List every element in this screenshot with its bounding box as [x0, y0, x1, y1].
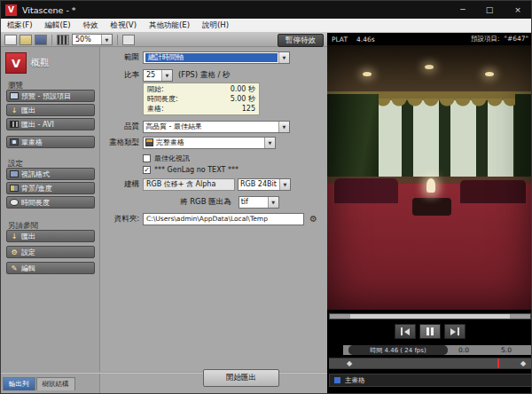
film-icon — [10, 121, 19, 128]
skip-end-button[interactable] — [444, 324, 466, 339]
preview-scrollbar[interactable] — [329, 313, 531, 319]
zoom-select[interactable]: 50% ▼ — [72, 34, 113, 45]
info-value: 5.00 秒 — [231, 94, 255, 104]
sidebar-item-preview-preset[interactable]: 預覽 - 預設項目 — [6, 90, 95, 102]
tab-tree-structure[interactable]: 樹狀結構 — [36, 377, 75, 390]
skip-start-icon — [404, 328, 410, 335]
preset-label: 預設項目: — [471, 35, 500, 43]
background-icon — [10, 185, 19, 192]
info-row-start: 開始: 0.00 秒 — [147, 84, 255, 94]
keyframe-diamond-icon[interactable]: ◆ — [347, 359, 352, 368]
optimize-video-checkbox[interactable] — [143, 154, 151, 162]
fps-select[interactable]: 25 ▼ — [143, 69, 173, 82]
chevron-down-icon[interactable]: ▼ — [279, 179, 290, 190]
pause-effects-button[interactable]: 暫停特效 — [278, 34, 324, 47]
export-format-select[interactable]: tif ▼ — [239, 196, 279, 209]
fps-value: 25 — [146, 71, 155, 79]
folder-path-field[interactable]: C:\Users\admin\AppData\Local\Temp — [143, 213, 304, 225]
build-format-value: RGB 24Bit — [240, 180, 277, 188]
timeline-ruler[interactable]: 時間 4.46 ( 24 fps) 0.0 5.0 — [343, 345, 532, 355]
sidebar-item-label: 編輯 — [21, 264, 35, 273]
chevron-down-icon[interactable]: ▼ — [278, 122, 289, 132]
range-select[interactable]: 總計時間軸 ▼ — [143, 51, 290, 64]
tab-output-queue[interactable]: 輸出列 — [3, 377, 35, 390]
chevron-down-icon[interactable]: ▼ — [264, 138, 275, 148]
chevron-down-icon[interactable]: ▼ — [161, 70, 172, 81]
maximize-button[interactable]: □ — [476, 1, 503, 19]
menu-item-effects[interactable]: 特效 — [77, 20, 105, 31]
skip-end-icon — [458, 327, 459, 335]
genlag-row: ✓ *** GenLag no TEXT *** — [100, 163, 327, 177]
timeline-start-value: 0.0 — [458, 346, 469, 354]
info-key: 時間長度: — [147, 94, 178, 104]
frame-type-value: 完整畫格 — [156, 138, 184, 147]
playhead[interactable] — [497, 359, 499, 368]
timeline-time-display: 時間 4.46 ( 24 fps) — [348, 345, 448, 355]
vignette — [327, 45, 532, 310]
new-document-icon[interactable] — [4, 35, 17, 45]
window-controls: ─ □ × — [450, 1, 532, 19]
build-format-select[interactable]: RGB 24Bit ▼ — [238, 178, 291, 191]
menu-item-view[interactable]: 檢視(V) — [105, 20, 143, 31]
menu-item-help[interactable]: 說明(H) — [196, 20, 235, 31]
zoom-value: 50% — [75, 35, 91, 43]
build-value-box: RGB 位移+ 含 Alpha — [143, 178, 235, 191]
rate-row: 比率 25 ▼ (FPS) 畫格 / 秒 — [100, 68, 327, 82]
video-preview — [327, 45, 532, 310]
range-row: 範圍 總計時間軸 ▼ — [100, 51, 327, 64]
save-icon[interactable] — [35, 35, 47, 45]
transport-controls — [327, 324, 532, 340]
minimize-button[interactable]: ─ — [450, 1, 476, 19]
menu-bar: 檔案(F) 編輯(E) 特效 檢視(V) 其他功能(E) 說明(H) — [1, 19, 532, 33]
gear-icon: ⚙ — [10, 248, 19, 256]
info-key: 開始: — [147, 84, 164, 94]
sidebar-item-duration[interactable]: 時間長度 — [6, 196, 95, 209]
sidebar-item-see-also-export[interactable]: ↓ 匯出 — [6, 230, 95, 242]
sidebar-item-video-format[interactable]: 視訊格式 — [6, 168, 95, 180]
quality-select[interactable]: 高品質 - 最佳結果 ▼ — [143, 121, 290, 133]
preview-panel: PLAT 4.46s 預設項目: "#647" — [327, 33, 532, 394]
keyframe-track-label: 主畫格 — [345, 376, 365, 385]
sidebar-item-single-frame[interactable]: 單畫格 — [6, 136, 95, 148]
keyframe-lane: 主畫格 — [329, 374, 532, 387]
info-row-duration: 時間長度: 5.00 秒 — [147, 94, 255, 104]
frame-type-select[interactable]: 完整畫格 ▼ — [143, 137, 276, 149]
menu-item-extras[interactable]: 其他功能(E) — [143, 20, 196, 31]
skip-start-icon — [401, 327, 403, 335]
chevron-down-icon[interactable]: ▼ — [268, 197, 278, 208]
keyframe-diamond-icon[interactable]: ◆ — [520, 359, 526, 368]
render-icon[interactable] — [57, 35, 69, 45]
sidebar-item-see-also-edit[interactable]: ✎ 編輯 — [6, 262, 95, 274]
pause-button[interactable] — [419, 324, 441, 339]
menu-item-edit[interactable]: 編輯(E) — [39, 20, 77, 31]
menu-item-file[interactable]: 檔案(F) — [1, 20, 39, 31]
close-button[interactable]: × — [503, 1, 532, 19]
timeline-track[interactable]: ◆ ◆ — [329, 358, 532, 369]
start-export-button[interactable]: 開始匯出 — [203, 369, 279, 387]
chevron-down-icon[interactable]: ▼ — [101, 35, 112, 44]
options-icon[interactable] — [122, 35, 135, 45]
genlag-label: *** GenLag no TEXT *** — [154, 166, 239, 174]
genlag-checkbox[interactable]: ✓ — [143, 166, 151, 174]
range-value: 總計時間軸 — [145, 53, 278, 62]
sidebar-item-label: 匯出 — [21, 232, 35, 241]
sidebar-item-export[interactable]: ↓ 匯出 — [6, 104, 95, 116]
toolbar: 50% ▼ 暫停特效 — [1, 33, 327, 47]
folder-label: 資料夾: — [100, 214, 139, 225]
gear-icon[interactable]: ⚙ — [309, 214, 317, 224]
rate-suffix: (FPS) 畫格 / 秒 — [178, 70, 231, 81]
scrollbar-thumb[interactable] — [350, 314, 511, 319]
rate-label: 比率 — [100, 70, 139, 81]
timeline-end-value: 5.0 — [501, 346, 512, 354]
folder-row: 資料夾: C:\Users\admin\AppData\Local\Temp ⚙ — [100, 212, 327, 225]
info-key: 畫格: — [147, 104, 164, 114]
sidebar-item-export-avi[interactable]: 匯出 - AVI — [6, 118, 95, 130]
frame-type-icon — [145, 138, 153, 146]
sidebar-item-see-also-settings[interactable]: ⚙ 設定 — [6, 246, 95, 258]
info-value: 0.00 秒 — [231, 84, 255, 94]
open-folder-icon[interactable] — [20, 35, 32, 45]
skip-start-button[interactable] — [395, 324, 416, 339]
sidebar-item-background-progress[interactable]: 背景/進度 — [6, 182, 95, 194]
chevron-down-icon[interactable]: ▼ — [278, 52, 289, 63]
frame-type-label: 畫格類型 — [100, 138, 139, 148]
